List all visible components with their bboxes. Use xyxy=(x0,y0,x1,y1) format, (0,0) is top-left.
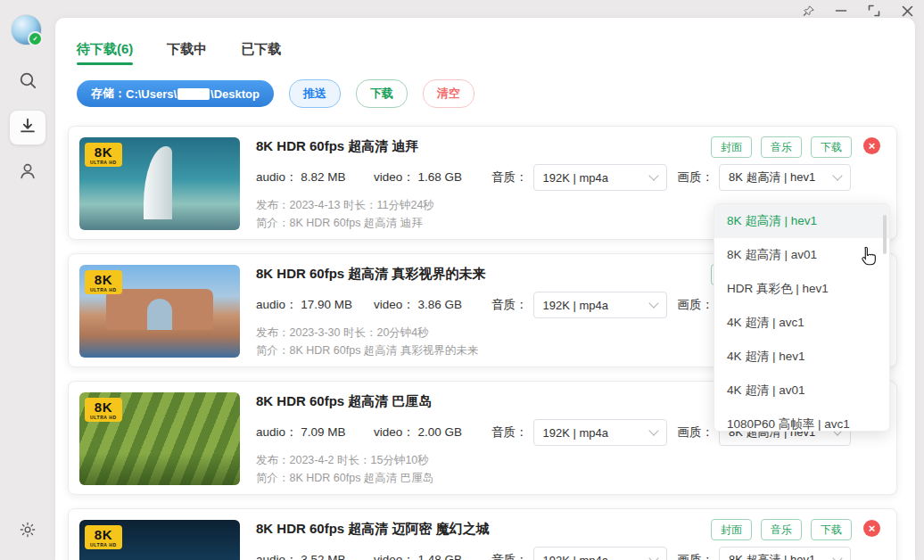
dropdown-option-8k-av01[interactable]: 8K 超高清 | av01 xyxy=(714,238,889,272)
audio-quality-select[interactable]: 192K | mp4a xyxy=(533,164,667,191)
media-info-row: audio： 8.82 MB video： 1.68 GB 音质： 192K |… xyxy=(256,164,884,191)
chevron-down-icon xyxy=(648,425,658,435)
search-icon xyxy=(19,71,37,94)
video-size: video： 2.00 GB xyxy=(374,424,491,441)
audio-quality-label: 音质： xyxy=(491,424,528,441)
audio-size: audio： 8.82 MB xyxy=(256,169,374,185)
video-quality-dropdown: 8K 超高清 | hev1 8K 超高清 | av01 HDR 真彩色 | he… xyxy=(714,203,890,432)
audio-quality-label: 音质： xyxy=(491,297,528,313)
audio-quality-select[interactable]: 192K | mp4a xyxy=(533,292,667,318)
audio-quality-value: 192K | mp4a xyxy=(543,554,608,560)
thumbnail-art xyxy=(144,146,172,219)
video-size: video： 1.68 GB xyxy=(374,169,491,185)
intro-info: 简介：8K HDR 60fps 超高清 巴厘岛 xyxy=(256,471,884,485)
dropdown-option-1080p60-avc1[interactable]: 1080P60 高帧率 | avc1 xyxy=(714,408,889,432)
badge-ultrahd: ULTRA HD xyxy=(90,543,117,548)
8k-ultrahd-badge: 8K ULTRA HD xyxy=(85,525,122,549)
video-quality-label: 画质： xyxy=(678,297,714,313)
tab-downloaded[interactable]: 已下载 xyxy=(241,41,281,65)
dropdown-option-4k-hev1[interactable]: 4K 超清 | hev1 xyxy=(714,340,889,374)
download-button[interactable]: 下载 xyxy=(811,136,852,158)
dropdown-scrollbar[interactable] xyxy=(883,215,887,254)
tab-pending[interactable]: 待下载(6) xyxy=(77,41,133,65)
audio-quality-select[interactable]: 192K | mp4a xyxy=(533,419,667,446)
dropdown-option-4k-avc1[interactable]: 4K 超清 | avc1 xyxy=(714,306,889,340)
dropdown-option-4k-av01[interactable]: 4K 超清 | av01 xyxy=(714,374,889,408)
video-thumbnail[interactable]: 8K ULTRA HD xyxy=(79,137,240,230)
download-icon xyxy=(18,116,37,139)
card-content: 8K HDR 60fps 超高清 迈阿密 魔幻之城 封面 音乐 下载 × aud… xyxy=(256,520,884,560)
media-info-row: audio： 3.52 MB video： 1.48 GB 音质： 192K |… xyxy=(256,547,884,560)
remove-card-button[interactable]: × xyxy=(863,137,880,154)
settings-icon xyxy=(19,521,37,542)
redacted-username xyxy=(177,88,210,100)
sidebar: ✓ xyxy=(0,0,55,560)
badge-8k: 8K xyxy=(90,400,117,414)
video-size: video： 1.48 GB xyxy=(374,552,491,560)
publish-info: 发布：2023-4-2 时长：15分钟10秒 xyxy=(256,453,884,467)
thumbnail-art xyxy=(106,289,213,330)
toolbar: 存储： C:\Users\ \Desktop 推送 下载 清空 xyxy=(77,79,915,108)
audio-quality-label: 音质： xyxy=(491,552,528,560)
sidebar-item-search[interactable] xyxy=(0,71,55,94)
dropdown-option-8k-hev1[interactable]: 8K 超高清 | hev1 xyxy=(714,204,889,238)
minimize-icon[interactable] xyxy=(833,3,849,19)
music-button[interactable]: 音乐 xyxy=(761,519,802,540)
chevron-down-icon xyxy=(832,553,842,560)
clear-button[interactable]: 清空 xyxy=(423,79,474,108)
window-controls xyxy=(800,3,915,19)
8k-ultrahd-badge: 8K ULTRA HD xyxy=(85,398,122,422)
storage-path-button[interactable]: 存储： C:\Users\ \Desktop xyxy=(77,80,274,107)
8k-ultrahd-badge: 8K ULTRA HD xyxy=(85,143,122,167)
audio-quality-select[interactable]: 192K | mp4a xyxy=(533,547,667,560)
dropdown-option-hdr-hev1[interactable]: HDR 真彩色 | hev1 xyxy=(714,272,889,306)
storage-path-suffix: \Desktop xyxy=(210,87,260,101)
video-quality-label: 画质： xyxy=(678,552,714,560)
video-quality-value: 8K 超高清 | hev1 xyxy=(729,552,815,560)
badge-8k: 8K xyxy=(90,273,117,286)
video-quality-value: 8K 超高清 | hev1 xyxy=(729,169,815,185)
badge-8k: 8K xyxy=(90,145,117,159)
sidebar-item-user[interactable] xyxy=(0,161,55,185)
download-button[interactable]: 下载 xyxy=(811,519,852,540)
audio-quality-value: 192K | mp4a xyxy=(543,426,608,440)
user-icon xyxy=(18,161,37,185)
thumbnail-art xyxy=(79,453,240,485)
remove-card-button[interactable]: × xyxy=(863,520,880,537)
close-icon[interactable] xyxy=(899,3,915,19)
badge-ultrahd: ULTRA HD xyxy=(90,161,117,165)
video-quality-select[interactable]: 8K 超高清 | hev1 xyxy=(719,164,851,191)
download-all-button[interactable]: 下载 xyxy=(356,79,408,108)
sidebar-item-settings[interactable] xyxy=(0,521,55,542)
audio-quality-value: 192K | mp4a xyxy=(543,299,608,312)
push-button[interactable]: 推送 xyxy=(289,79,341,108)
video-thumbnail[interactable]: 8K ULTRA HD xyxy=(79,520,240,560)
audio-size: audio： 17.90 MB xyxy=(256,297,374,313)
audio-quality-value: 192K | mp4a xyxy=(543,171,608,185)
audio-size: audio： 3.52 MB xyxy=(256,552,374,560)
video-card-miami: 8K ULTRA HD 8K HDR 60fps 超高清 迈阿密 魔幻之城 封面… xyxy=(68,508,897,560)
video-thumbnail[interactable]: 8K ULTRA HD xyxy=(79,265,240,358)
video-quality-label: 画质： xyxy=(678,169,714,185)
video-size: video： 3.86 GB xyxy=(374,297,491,313)
cover-button[interactable]: 封面 xyxy=(711,136,752,158)
video-thumbnail[interactable]: 8K ULTRA HD xyxy=(79,392,240,485)
video-quality-select[interactable]: 8K 超高清 | hev1 xyxy=(719,547,851,560)
cover-button[interactable]: 封面 xyxy=(711,519,752,540)
pin-icon[interactable] xyxy=(800,3,816,19)
maximize-icon[interactable] xyxy=(866,3,882,19)
card-actions: 封面 音乐 下载 xyxy=(711,519,852,540)
video-quality-label: 画质： xyxy=(678,424,714,441)
music-button[interactable]: 音乐 xyxy=(761,136,802,158)
storage-path-prefix: C:\Users\ xyxy=(126,87,177,101)
chevron-down-icon xyxy=(648,170,658,180)
tab-downloading[interactable]: 下载中 xyxy=(167,41,207,65)
audio-quality-label: 音质： xyxy=(491,169,528,185)
avatar-status-badge: ✓ xyxy=(28,31,43,46)
avatar[interactable]: ✓ xyxy=(11,14,42,45)
sidebar-item-downloads-active[interactable] xyxy=(9,110,46,145)
8k-ultrahd-badge: 8K ULTRA HD xyxy=(85,270,122,294)
chevron-down-icon xyxy=(648,298,658,308)
tab-bar: 待下载(6) 下载中 已下载 xyxy=(77,41,915,65)
badge-8k: 8K xyxy=(90,528,117,541)
